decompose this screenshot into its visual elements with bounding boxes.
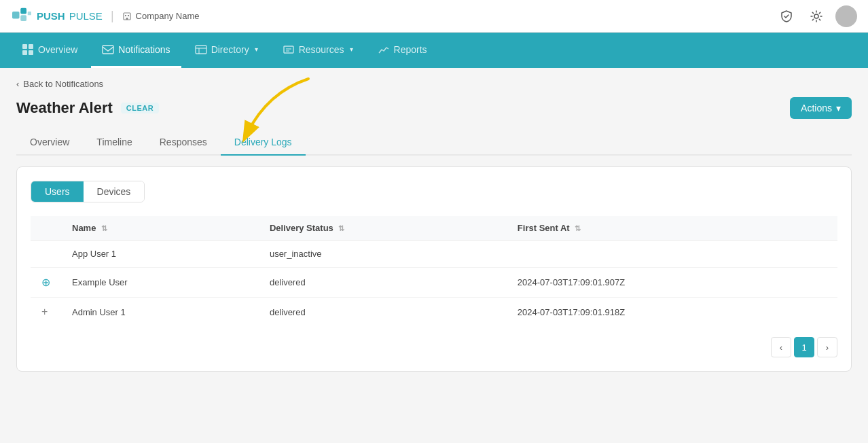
nav-item-reports[interactable]: Reports [367,33,438,68]
row1-name: App User 1 [61,241,259,268]
reports-icon [378,43,390,56]
th-delivery-status[interactable]: Delivery Status ⇅ [259,216,507,241]
th-name-label: Name [72,223,96,233]
table-header: Name ⇅ Delivery Status ⇅ First Sent At ⇅ [31,216,837,241]
expand-circle-icon[interactable]: ⊕ [41,277,50,288]
expand-plus-icon[interactable]: + [41,306,48,317]
svg-rect-7 [126,18,128,20]
shield-button[interactable] [776,5,797,27]
th-first-sent-at[interactable]: First Sent At ⇅ [507,216,837,241]
row1-first-sent-at [507,241,837,268]
nav-item-directory[interactable]: Directory ▾ [184,33,269,68]
directory-chevron-icon: ▾ [255,46,258,53]
page-title: Weather Alert [16,99,113,117]
nav-resources-label: Resources [299,44,344,55]
company-name-area: Company Name [122,11,200,21]
th-delivery-status-label: Delivery Status [270,223,333,233]
building-icon [122,12,132,21]
tabs-container: Overview Timeline Responses Delivery Log… [16,130,852,156]
back-label: Back to Notifications [23,79,103,89]
delivery-table: Name ⇅ Delivery Status ⇅ First Sent At ⇅ [31,216,837,326]
pagination-prev[interactable]: ‹ [771,337,791,357]
nav-item-overview[interactable]: Overview [11,33,88,68]
svg-rect-0 [12,12,20,19]
nav-reports-label: Reports [394,44,427,55]
svg-rect-17 [284,46,293,53]
tab-timeline[interactable]: Timeline [83,130,145,156]
company-divider: | [111,9,114,23]
directory-icon [195,43,207,56]
notifications-icon [102,43,114,56]
nav-notifications-label: Notifications [118,44,170,55]
top-bar: PUSHPULSE | Company Name [0,0,868,33]
toggle-group: Users Devices [31,181,145,202]
svg-rect-14 [196,46,206,54]
nav-item-notifications[interactable]: Notifications [91,33,181,68]
top-bar-left: PUSHPULSE | Company Name [11,7,200,26]
th-expand [31,216,61,241]
row3-delivery-status: delivered [259,298,507,327]
nav-item-resources[interactable]: Resources ▾ [272,33,364,68]
svg-rect-5 [125,15,126,16]
first-sent-at-sort-icon: ⇅ [575,224,581,232]
devices-toggle[interactable]: Devices [84,181,145,202]
back-chevron-icon: ‹ [16,79,19,89]
svg-rect-3 [28,12,31,15]
svg-rect-9 [22,44,27,49]
users-toggle[interactable]: Users [31,181,84,202]
gear-button[interactable] [806,5,827,27]
delivery-status-sort-icon: ⇅ [338,224,344,232]
table-body: App User 1 user_inactive ⊕ Example User … [31,241,837,327]
row1-delivery-status: user_inactive [259,241,507,268]
actions-chevron-icon: ▾ [836,103,841,113]
row2-first-sent-at: 2024-07-03T17:09:01.907Z [507,268,837,298]
logo-pulse: PULSE [69,10,103,22]
svg-rect-13 [103,46,113,54]
row2-delivery-status: delivered [259,268,507,298]
clear-badge[interactable]: CLEAR [121,103,159,113]
name-sort-icon: ⇅ [101,224,107,232]
tabs: Overview Timeline Responses Delivery Log… [16,130,852,156]
nav-bar: Overview Notifications Directory ▾ Resou… [0,33,868,68]
resources-chevron-icon: ▾ [350,46,353,53]
back-to-notifications[interactable]: ‹ Back to Notifications [16,79,852,89]
svg-point-8 [814,14,818,18]
row2-name: Example User [61,268,259,298]
resources-icon [283,43,295,56]
logo[interactable]: PUSHPULSE [11,7,103,26]
logo-push: PUSH [37,10,65,22]
gear-icon [810,10,823,23]
svg-rect-12 [29,50,33,55]
table-row: + Admin User 1 delivered 2024-07-03T17:0… [31,298,837,327]
company-name-text: Company Name [136,11,200,21]
svg-rect-10 [29,44,33,49]
tab-delivery-logs[interactable]: Delivery Logs [221,130,306,156]
pagination-page-1[interactable]: 1 [794,337,814,357]
svg-rect-11 [22,50,27,55]
svg-rect-6 [128,15,129,16]
row1-expand-cell [31,241,61,268]
actions-label: Actions [801,103,832,113]
svg-rect-2 [20,15,26,21]
delivery-logs-card: Users Devices Name ⇅ Delivery Status ⇅ [16,166,852,372]
actions-button[interactable]: Actions ▾ [790,97,852,119]
tab-responses[interactable]: Responses [146,130,221,156]
row3-first-sent-at: 2024-07-03T17:09:01.918Z [507,298,837,327]
overview-icon [22,43,34,56]
nav-directory-label: Directory [211,44,249,55]
avatar[interactable] [835,5,857,27]
table-row: App User 1 user_inactive [31,241,837,268]
row3-expand-cell[interactable]: + [31,298,61,327]
row2-expand-cell[interactable]: ⊕ [31,268,61,298]
th-first-sent-at-label: First Sent At [518,223,570,233]
svg-rect-1 [20,7,26,14]
row3-name: Admin User 1 [61,298,259,327]
page-header: Weather Alert CLEAR Actions ▾ [16,97,852,119]
th-name[interactable]: Name ⇅ [61,216,259,241]
shield-icon [780,10,793,23]
nav-overview-label: Overview [38,44,77,55]
pagination-next[interactable]: › [817,337,837,357]
tab-overview[interactable]: Overview [16,130,83,156]
logo-icon [11,7,33,26]
content-area: ‹ Back to Notifications Weather Alert CL… [0,68,868,383]
